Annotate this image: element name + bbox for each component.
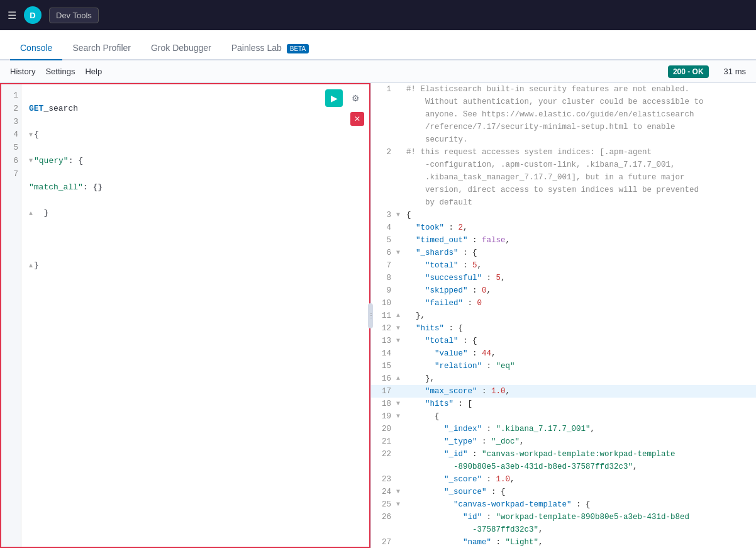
main-content: 1 2 3 4 5 6 7 GET _search ▼{ ▼ "query": … [0,83,756,548]
output-line: -890b80e5-a3eb-431d-b8ed-37587ffd32c3", [371,461,756,473]
clear-button[interactable]: ✕ [350,112,364,126]
beta-badge: BETA [287,44,309,53]
avatar: D [24,6,42,24]
output-line: 6 ▼ "_shards" : { [371,247,756,259]
output-line: 22 "_id" : "canvas-workpad-template:work… [371,448,756,461]
status-badge: 200 - OK [668,65,709,78]
time-badge: 31 ms [724,67,746,76]
tab-console[interactable]: Console [10,35,62,60]
output-line: 2 #! this request accesses system indice… [371,146,756,159]
output-line: 8 "successful" : 5, [371,272,756,284]
output-line: 27 "name" : "Light", [371,536,756,548]
output-line: 7 "total" : 5, [371,259,756,272]
editor-area[interactable]: 1 2 3 4 5 6 7 GET _search ▼{ ▼ "query": … [0,83,370,548]
resize-handle[interactable]: ⋮ [368,303,373,328]
tab-painless-lab[interactable]: Painless Lab BETA [221,35,319,60]
code-line-2: ▼{ [29,128,362,142]
code-line-6 [29,233,362,247]
output-line: /reference/7.17/security-minimal-setup.h… [371,121,756,133]
output-line: by default [371,196,756,209]
line-numbers: 1 2 3 4 5 6 7 [1,84,21,547]
output-line: .kibana_task_manager_7.17.7_001], but in… [371,171,756,184]
editor-actions: ▶ ⚙ [325,89,364,107]
toolbar: History Settings Help 200 - OK 31 ms [0,60,756,83]
output-line: anyone. See https://www.elastic.co/guide… [371,108,756,121]
output-line: 4 "took" : 2, [371,221,756,234]
output-line: version, direct access to system indices… [371,184,756,196]
dev-tools-button[interactable]: Dev Tools [49,8,99,23]
output-line: security. [371,133,756,146]
output-content[interactable]: 1 #! Elasticsearch built-in security fea… [371,83,756,548]
output-line: 13 ▼ "total" : { [371,335,756,347]
output-line: 5 "timed_out" : false, [371,234,756,247]
output-line: 3 ▼ { [371,209,756,221]
output-line: 18 ▼ "hits" : [ [371,398,756,410]
output-line: 10 "failed" : 0 [371,297,756,310]
output-line: 23 "_score" : 1.0, [371,473,756,486]
tab-search-profiler[interactable]: Search Profiler [62,35,141,60]
output-line: -37587ffd32c3", [371,523,756,536]
output-line: 21 "_type" : "_doc", [371,435,756,448]
output-line: 26 "id" : "workpad-template-890b80e5-a3e… [371,511,756,523]
help-button[interactable]: Help [85,67,102,76]
output-line: 16 ▲ }, [371,372,756,385]
output-line: 24 ▼ "_source" : { [371,486,756,498]
tab-grok-debugger[interactable]: Grok Debugger [141,35,221,60]
output-line: 15 "relation" : "eq" [371,360,756,372]
output-line: 14 "value" : 44, [371,347,756,360]
editor-settings-button[interactable]: ⚙ [347,89,364,107]
code-line-4: "match_all": {} [29,181,362,194]
output-line: 1 #! Elasticsearch built-in security fea… [371,83,756,96]
code-line-1: GET _search [29,103,362,116]
hamburger-icon[interactable]: ☰ [8,9,16,21]
output-line-highlighted: 17 "max_score" : 1.0, [371,385,756,398]
output-line: 9 "skipped" : 0, [371,284,756,297]
code-editor[interactable]: 1 2 3 4 5 6 7 GET _search ▼{ ▼ "query": … [1,84,369,547]
output-line: Without authentication, your cluster cou… [371,96,756,108]
output-panel: 1 #! Elasticsearch built-in security fea… [371,83,756,548]
top-bar: ☰ D Dev Tools [0,0,756,30]
code-content[interactable]: GET _search ▼{ ▼ "query": { "match_all":… [21,84,369,547]
output-line: 11 ▲ }, [371,310,756,322]
output-line: 12 ▼ "hits" : { [371,322,756,335]
output-line: 25 ▼ "canvas-workpad-template" : { [371,498,756,511]
output-line: 19 ▼ { [371,410,756,423]
settings-button[interactable]: Settings [45,67,75,76]
editor-panel: 1 2 3 4 5 6 7 GET _search ▼{ ▼ "query": … [0,83,371,548]
code-line-3: ▼ "query": { [29,155,362,168]
history-button[interactable]: History [10,67,35,76]
resize-dots-icon: ⋮ [368,312,374,319]
output-line: -configuration, .apm-custom-link, .kiban… [371,159,756,171]
code-line-5: ▲ } [29,207,362,220]
output-line: 20 "_index" : ".kibana_7.17.7_001", [371,423,756,435]
nav-tabs: Console Search Profiler Grok Debugger Pa… [0,30,756,60]
play-button[interactable]: ▶ [325,89,343,107]
code-line-7: ▲} [29,259,362,272]
